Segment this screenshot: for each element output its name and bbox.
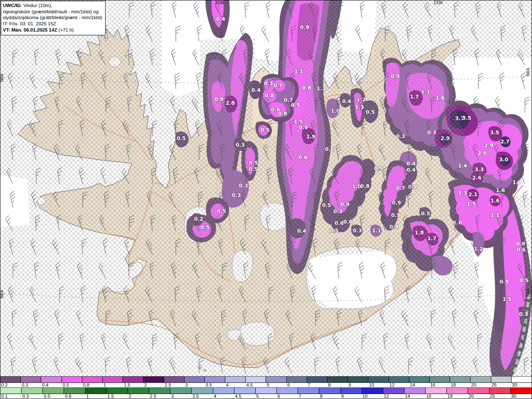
precip-value-label: 0.3	[239, 182, 248, 189]
precip-value-label: 0.4	[251, 87, 261, 93]
colorbar-labels: 0.10.30.50.811.522.533.544.5567891012141…	[0, 394, 532, 399]
precip-value-label: 0.8	[302, 85, 311, 91]
precip-value-label: 0.9	[391, 212, 400, 218]
precip-value-label: 0.5	[330, 227, 339, 234]
precip-value-label: 2.7	[500, 138, 510, 145]
precip-value-label: 0.6	[335, 220, 344, 226]
colorbar-tick-label: 0.8	[65, 394, 71, 399]
colorbar-tick-label: 0.3	[22, 394, 29, 399]
precip-value-label: 0.3	[232, 192, 241, 198]
colorbar-tick-label: 1	[86, 394, 89, 399]
coordinate-label: 20W	[215, 0, 224, 5]
precip-value-label: 2.8	[226, 100, 235, 106]
precip-value-label: 0.2	[194, 216, 203, 222]
colorbar-tick-label: 0.1	[1, 394, 7, 399]
colorbar-cell	[450, 377, 470, 382]
colorbar-tick-label: 3.5	[206, 382, 212, 387]
precip-value-label: 0.5	[291, 102, 300, 108]
precip-value-label: 1.9	[306, 133, 315, 140]
colorbar-tick-label: 30	[511, 394, 516, 399]
colorbar-tick-label: 8	[320, 394, 323, 399]
coordinate-label: N66	[0, 74, 4, 82]
colorbar-cell	[82, 377, 102, 382]
precip-value-label: 3.3	[475, 166, 484, 172]
colorbar-cell	[245, 377, 266, 382]
precip-value-label: 2.9	[484, 142, 493, 148]
colorbar-cell	[368, 377, 388, 382]
colorbar-cell	[85, 388, 106, 394]
precip-value-label: 0.3	[236, 142, 245, 148]
colorbar-cell	[143, 377, 163, 382]
colorbar-cell	[446, 388, 468, 394]
colorbar-cell	[510, 388, 532, 394]
colorbar-tick-label: 30	[512, 382, 517, 387]
colorbar-tick-label: 4.5	[235, 394, 241, 399]
colorbar-tick-label: 1.5	[124, 382, 130, 387]
colorbar-cell	[213, 388, 234, 394]
colorbar-tick-label: 1	[103, 382, 106, 387]
colorbar-tick-label: 2	[129, 394, 131, 399]
colorbar-tick-label: 1.5	[108, 394, 114, 399]
colorbar-cell	[164, 377, 184, 382]
precip-value-label: 1.7	[512, 179, 522, 185]
rain-colorbar: 0.10.30.50.811.522.533.544.5567891012141…	[0, 387, 532, 399]
precip-value-label: 0.8	[214, 96, 224, 102]
colorbar-cell	[149, 388, 170, 394]
colorbar-tick-label: 4	[226, 382, 229, 387]
colorbar-cell	[41, 377, 61, 382]
precip-value-label: 0.5	[217, 208, 226, 214]
weather-map-window: 0.40.91.10.81.31.01.50.91.90.60.60.82.80…	[0, 0, 532, 399]
precip-value-label: 1.1	[490, 212, 500, 218]
colorbar-tick-label: 20	[469, 394, 474, 399]
colorbar-cell	[266, 377, 286, 382]
precip-value-label: 0.3	[396, 133, 405, 139]
colorbar-cell	[409, 377, 429, 382]
colorbar-tick-label: 10	[362, 394, 367, 399]
coordinate-label: 15W	[433, 0, 443, 5]
precip-value-label: 0.6	[343, 219, 352, 225]
precip-value-label: 0.9	[300, 24, 309, 30]
precip-value-label: 0.8	[360, 183, 369, 189]
precip-value-label: 0.5	[249, 160, 258, 166]
precip-value-label: 0.4	[342, 98, 351, 104]
precip-value-label: 1.6	[490, 197, 500, 204]
colorbar-tick-label: 0.2	[1, 382, 7, 387]
precip-value-label: 1.6	[496, 187, 505, 193]
colorbar-cell	[102, 377, 123, 382]
precip-value-label: 3.5	[462, 115, 471, 121]
precip-value-label: 1.5	[467, 201, 476, 207]
colorbar-cell	[468, 388, 489, 394]
precip-value-label: 0.8	[278, 111, 287, 117]
colorbar-cell	[404, 388, 425, 394]
precip-value-label: 0.6	[517, 246, 526, 253]
colorbar-tick-label: 2.5	[150, 394, 156, 399]
colorbar-tick-label: 5	[256, 394, 259, 399]
colorbar-cell	[0, 377, 20, 382]
precip-value-label: 1.7	[410, 94, 419, 100]
precip-value-label: 0.7	[396, 185, 405, 191]
precip-value-label: 0.3	[333, 208, 342, 214]
precip-value-label: 0.7	[273, 82, 283, 89]
precip-value-label: 0.5	[249, 166, 258, 172]
precip-value-label: 1.5	[294, 118, 303, 125]
colorbar-cell	[319, 388, 340, 394]
precip-value-label: 2.4	[472, 175, 481, 181]
precip-value-label: 0.3	[264, 80, 273, 86]
colorbar-cell	[123, 377, 143, 382]
precip-value-label: 0.3	[353, 227, 362, 234]
precip-value-label: 2.0	[478, 150, 487, 156]
coordinate-label: N64	[526, 288, 530, 297]
colorbar-cell	[307, 377, 327, 382]
colorbar-tick-label: 7	[299, 394, 301, 399]
precip-value-label: 0.9	[391, 73, 400, 79]
map-canvas: 0.40.91.10.81.31.01.50.91.90.60.60.82.80…	[0, 0, 532, 376]
colorbar-tick-label: 3	[171, 394, 174, 399]
precip-value-label: 0.4	[408, 184, 417, 190]
coordinate-label: N66	[526, 68, 530, 76]
colorbar-cell	[0, 388, 21, 394]
colorbar-tick-label: 12	[384, 394, 389, 399]
precip-value-label: 1.0	[453, 219, 462, 226]
colorbar-cell	[20, 377, 41, 382]
precip-value-label: 0.9	[299, 124, 308, 131]
precip-value-label: 1.1	[421, 89, 430, 95]
